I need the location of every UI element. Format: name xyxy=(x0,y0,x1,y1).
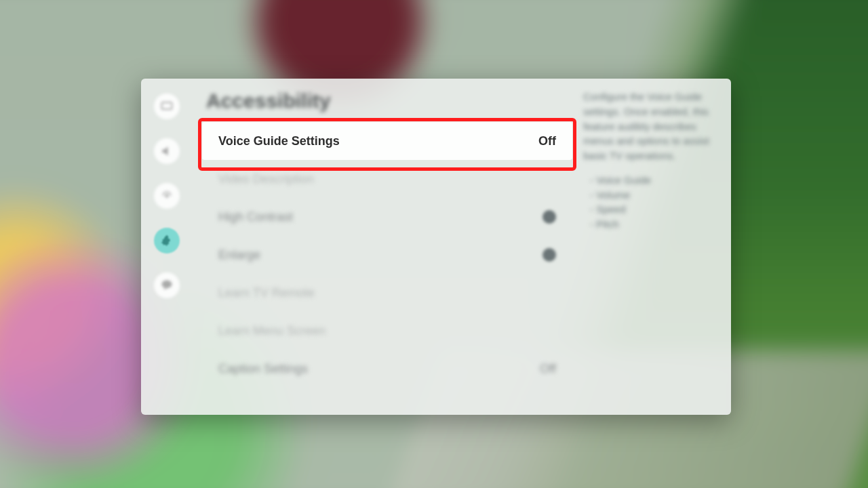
broadcast-icon[interactable] xyxy=(154,183,180,209)
row-voice-guide-settings[interactable]: Voice Guide Settings Off xyxy=(202,122,572,160)
row-learn-menu-screen: Learn Menu Screen xyxy=(202,312,572,350)
row-label: Learn Menu Screen xyxy=(218,324,326,338)
settings-list: Voice Guide Settings Off Video Descripti… xyxy=(202,122,572,388)
row-caption-settings[interactable]: Caption Settings Off xyxy=(202,350,572,388)
page-title: Accessibility xyxy=(202,84,572,122)
picture-icon[interactable] xyxy=(154,94,180,119)
settings-main: Accessibility Voice Guide Settings Off V… xyxy=(193,79,572,415)
row-label: Enlarge xyxy=(218,248,260,262)
row-value: Off xyxy=(538,134,556,148)
row-label: Video Description xyxy=(218,172,314,186)
help-bullet: Volume xyxy=(590,188,719,203)
toggle-icon[interactable] xyxy=(542,248,556,262)
row-enlarge[interactable]: Enlarge xyxy=(202,236,572,274)
help-text: Configure the Voice Guide settings. Once… xyxy=(583,89,719,163)
row-label: Caption Settings xyxy=(218,362,308,376)
support-icon[interactable] xyxy=(154,272,180,298)
row-video-description: Video Description xyxy=(202,160,572,198)
settings-panel: Accessibility Voice Guide Settings Off V… xyxy=(141,79,731,415)
category-icon-column xyxy=(141,79,193,415)
row-high-contrast[interactable]: High Contrast xyxy=(202,198,572,236)
help-bullet: Pitch xyxy=(590,217,719,232)
general-icon[interactable] xyxy=(154,228,180,253)
svg-rect-0 xyxy=(162,102,172,109)
row-label: Learn TV Remote xyxy=(218,286,315,300)
row-value: Off xyxy=(540,362,556,376)
help-bullet: Voice Guide xyxy=(590,173,719,188)
svg-point-1 xyxy=(165,195,169,198)
row-learn-tv-remote: Learn TV Remote xyxy=(202,274,572,312)
sound-icon[interactable] xyxy=(154,138,180,164)
help-panel: Configure the Voice Guide settings. Once… xyxy=(572,79,731,415)
toggle-icon[interactable] xyxy=(542,210,556,224)
help-bullet-list: Voice Guide Volume Speed Pitch xyxy=(583,173,719,232)
row-label: High Contrast xyxy=(218,210,293,224)
row-label: Voice Guide Settings xyxy=(218,134,340,148)
help-bullet: Speed xyxy=(590,202,719,217)
